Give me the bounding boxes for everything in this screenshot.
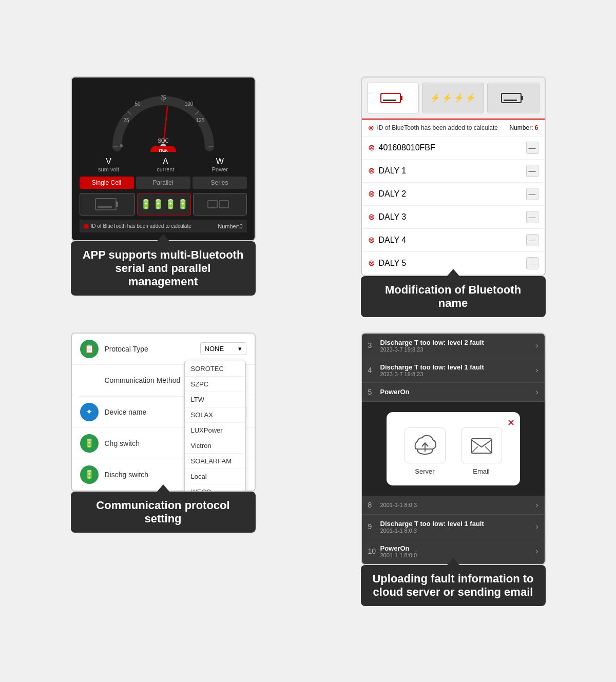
dropdown-none[interactable]: NONE ▾ SOROTEC SZPC LTW SOLAX LUXPower V… <box>200 342 246 355</box>
bt-icon-1: ⊗ <box>368 166 375 176</box>
fault-num-4: 4 <box>368 366 380 374</box>
proto-type-row: 📋 Protocal Type NONE ▾ SOROTEC SZPC LTW … <box>72 334 255 365</box>
remove-btn-3[interactable]: — <box>526 211 538 223</box>
bt-icon-5: ⊗ <box>368 258 375 268</box>
header-text: ID of BlueTooth has been added to calcul… <box>377 124 498 131</box>
opt-sorotec[interactable]: SOROTEC <box>185 361 245 377</box>
phone-frame-4: 3 Discharge T too low: level 2 fault 202… <box>361 333 546 565</box>
svg-text:25: 25 <box>123 118 129 123</box>
fault-item-5: 5 PowerOn › <box>362 383 545 402</box>
modal-overlay: ✕ <box>362 402 545 496</box>
arrow-8: › <box>536 501 538 509</box>
item-left-0: ⊗ 401608010FBF <box>368 143 435 152</box>
item-left-5: ⊗ DALY 5 <box>368 258 407 268</box>
caption-text-1: APP supports multi-Bluetooth serial and … <box>83 248 244 288</box>
fault-num-3: 3 <box>368 341 380 349</box>
svg-rect-16 <box>95 199 116 210</box>
opt-victron[interactable]: Victron <box>185 438 245 454</box>
fault-num-9: 9 <box>368 522 380 531</box>
fault-item-3: 3 Discharge T too low: level 2 fault 202… <box>362 334 545 358</box>
svg-rect-28 <box>504 100 517 101</box>
email-icon-box <box>461 427 502 463</box>
batt-svg-single <box>380 90 406 106</box>
chg-icon: 🔋 <box>80 434 99 453</box>
battery-display: 🔋 🔋 🔋 🔋 <box>80 193 247 216</box>
list-item-2: ⊗ DALY 2 — <box>362 183 545 206</box>
svg-text:SOC: SOC <box>158 138 169 144</box>
fault-text-9: Discharge T too low: level 1 fault 2001-… <box>380 520 536 534</box>
tab-parallel[interactable]: Parallel <box>136 177 190 189</box>
fault-num-8: 8 <box>368 501 380 509</box>
remove-btn-4[interactable]: — <box>526 234 538 246</box>
remove-btn-1[interactable]: — <box>526 165 538 177</box>
device-id-3: DALY 3 <box>379 212 407 222</box>
modal-box: ✕ <box>387 412 520 485</box>
phone-frame-3: 📋 Protocal Type NONE ▾ SOROTEC SZPC LTW … <box>71 333 256 492</box>
proto-icon: 📋 <box>80 340 99 358</box>
modal-close-button[interactable]: ✕ <box>507 417 515 428</box>
gauge-screen: 25 50 75 100 125 SOC 0% <box>72 77 255 240</box>
svg-rect-19 <box>208 201 217 208</box>
fault-screen: 3 Discharge T too low: level 2 fault 202… <box>362 334 545 564</box>
remove-btn-0[interactable]: — <box>526 142 538 154</box>
svg-text:50: 50 <box>134 101 141 107</box>
arrow-4: › <box>536 366 538 374</box>
svg-rect-21 <box>210 207 214 208</box>
fault-text-3: Discharge T too low: level 2 fault 2023-… <box>380 339 536 353</box>
bt-top-img: ⚡ ⚡ ⚡ ⚡ <box>362 77 545 120</box>
phone-frame-1: 25 50 75 100 125 SOC 0% <box>71 76 256 241</box>
opt-solax[interactable]: SOLAX <box>185 407 245 423</box>
caption-text-2: Modification of Bluetooth name <box>385 283 521 309</box>
svg-rect-30 <box>471 439 492 453</box>
list-item-1: ⊗ DALY 1 — <box>362 160 545 183</box>
fault-text-4: Discharge T too low: level 1 fault 2023-… <box>380 363 536 377</box>
tab-single-cell[interactable]: Single Cell <box>80 177 134 189</box>
remove-btn-5[interactable]: — <box>526 257 538 269</box>
gauge-svg: 25 50 75 100 125 SOC 0% <box>107 85 220 152</box>
opt-ltw[interactable]: LTW <box>185 392 245 407</box>
number-value: 6 <box>535 124 538 131</box>
main-grid: 25 50 75 100 125 SOC 0% <box>26 76 590 606</box>
modal-email-option[interactable]: Email <box>461 427 502 475</box>
server-upload-icon <box>412 434 438 457</box>
list-item-3: ⊗ DALY 3 — <box>362 206 545 229</box>
current-label: A current <box>157 157 174 172</box>
arrow-9: › <box>536 522 538 531</box>
bt-number: Number:0 <box>218 223 242 229</box>
opt-local[interactable]: Local <box>185 469 245 484</box>
opt-luxpower[interactable]: LUXPower <box>185 423 245 438</box>
fault-item-4: 4 Discharge T too low: level 1 fault 202… <box>362 358 545 383</box>
bt-top-right <box>487 83 539 113</box>
svg-text:75: 75 <box>160 95 166 101</box>
opt-szpc[interactable]: SZPC <box>185 377 245 392</box>
fault-num-5: 5 <box>368 388 380 396</box>
svg-point-15 <box>120 144 123 147</box>
svg-line-31 <box>471 446 478 453</box>
caption-3: Communication protocol setting <box>71 492 256 533</box>
caption-1: APP supports multi-Bluetooth serial and … <box>71 241 256 296</box>
remove-btn-2[interactable]: — <box>526 188 538 200</box>
item-left-2: ⊗ DALY 2 <box>368 189 407 199</box>
svg-rect-25 <box>383 100 396 101</box>
svg-rect-26 <box>502 93 521 103</box>
modal-server-option[interactable]: Server <box>405 427 446 475</box>
opt-weco[interactable]: WECO <box>185 484 245 492</box>
fault-text-5: PowerOn <box>380 388 536 396</box>
parallel-view: 🔋 🔋 🔋 🔋 <box>137 193 191 216</box>
fault-text-8: 2001-1-1 8:0:3 <box>380 502 536 508</box>
fault-num-10: 10 <box>368 547 380 555</box>
arrow-5: › <box>536 388 538 396</box>
opt-soalarfam[interactable]: SOALARFAM <box>185 454 245 469</box>
bt-info: ID of BlueTooth has been added to calcul… <box>84 223 191 229</box>
tab-series[interactable]: Series <box>192 177 247 189</box>
item-left-1: ⊗ DALY 1 <box>368 166 407 176</box>
list-item-0: ⊗ 401608010FBF — <box>362 137 545 160</box>
device-id-1: DALY 1 <box>379 166 407 176</box>
device-id-0: 401608010FBF <box>379 143 435 152</box>
arrow-10: › <box>536 547 538 555</box>
bt-screen: ⚡ ⚡ ⚡ ⚡ <box>362 77 545 275</box>
power-label: W Power <box>212 157 228 172</box>
dropdown-list: SOROTEC SZPC LTW SOLAX LUXPower Victron … <box>184 361 246 492</box>
bottom-bar: ID of BlueTooth has been added to calcul… <box>80 220 247 232</box>
bt-icon-0: ⊗ <box>368 143 375 152</box>
